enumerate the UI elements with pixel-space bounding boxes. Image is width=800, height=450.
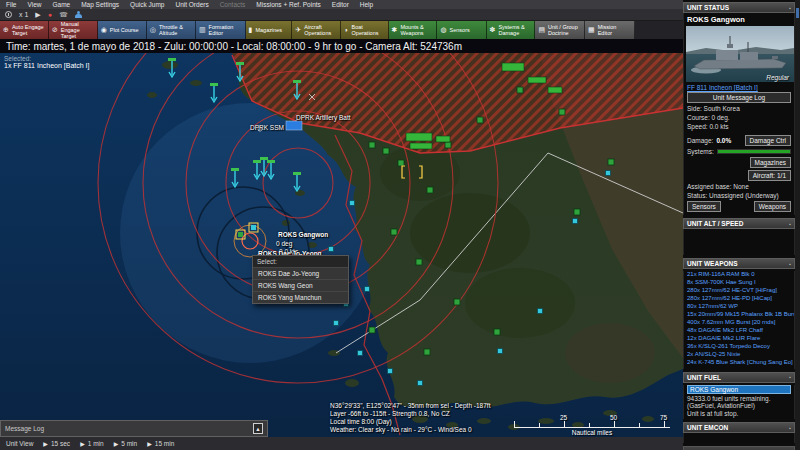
systems-damage-icon: ✽ <box>490 27 496 33</box>
header-label: UNIT WEAPONS <box>687 260 738 267</box>
fuel-selected-unit[interactable]: ROKS Gangwon <box>687 385 791 394</box>
systems-damage-button[interactable]: ✽ Systems & Damage <box>487 21 536 39</box>
context-menu-item-yang[interactable]: ROKS Yang Manchun <box>253 291 348 303</box>
menu-file[interactable]: File <box>6 1 16 8</box>
context-menu-item-dae[interactable]: ROKS Dae Jo-Yeong <box>253 267 348 279</box>
unit-course: Course: 0 deg. <box>684 113 794 122</box>
cursor-layer-line: Layer -66ft to -115ft - Strength 0.8, No… <box>330 410 490 418</box>
mounts-weapons-button[interactable]: ✱ Mounts & Weapons <box>389 21 438 39</box>
unit-weapons-header[interactable]: UNIT WEAPONS ▪ <box>683 258 795 269</box>
record-icon[interactable]: ● <box>48 9 52 21</box>
observer-icon[interactable] <box>75 11 82 19</box>
time-compression-value[interactable]: x 1 <box>19 11 28 18</box>
cursor-weather-line: Weather: Clear sky - No rain - 29°C - Wi… <box>330 426 490 434</box>
pin-icon[interactable]: ▪ <box>789 261 791 267</box>
unit-message-log-button[interactable]: Unit Message Log <box>687 92 791 103</box>
magazines-panel-button[interactable]: Magazines <box>750 157 791 168</box>
aircraft-panel-button[interactable]: Aircraft: 1/1 <box>748 170 791 181</box>
advance-5min-button[interactable]: ▶ 5 min <box>114 440 138 447</box>
button-label: Aircraft Operations <box>304 24 337 36</box>
header-label: UNIT STATUS <box>687 4 729 11</box>
map-label-dprk-ssm: DPRK SSM <box>250 124 284 131</box>
weapon-link[interactable]: 12x DAGAIE Mk2 LIR Flare <box>684 335 794 342</box>
unit-select-context-menu: Select: ROKS Dae Jo-Yeong ROKS Wang Geon… <box>252 255 349 304</box>
sidebar-scrollbar[interactable] <box>795 0 800 450</box>
message-log-expand-button[interactable]: ▲ <box>253 423 263 434</box>
weapon-link[interactable]: 15x 20mm/99 Mk15 Phalanx Blk 1B Burst <box>684 311 794 318</box>
time-step-icon[interactable] <box>5 11 12 18</box>
aircraft-operations-icon: ✈ <box>295 27 301 33</box>
menu-game[interactable]: Game <box>52 1 70 8</box>
throttle-altitude-icon: ◎ <box>150 27 156 33</box>
damage-ctrl-button[interactable]: Damage Ctrl <box>745 135 791 146</box>
button-label: Formation Editor <box>209 24 242 36</box>
weapon-link[interactable]: 2x AN/SLQ-25 Nixie <box>684 351 794 358</box>
auto-engage-target-button[interactable]: ⊕ Auto Engage Target <box>0 21 49 39</box>
menu-missions-ref-points[interactable]: Missions + Ref. Points <box>256 1 320 8</box>
plot-course-button[interactable]: ◉ Plot Course <box>98 21 147 39</box>
menu-map-settings[interactable]: Map Settings <box>81 1 119 8</box>
weapon-link[interactable]: 80x 127mm/62 WP <box>684 303 794 310</box>
unit-side: Side: South Korea <box>684 104 794 113</box>
weapon-link[interactable]: 24x K-745 Blue Shark [Chung Sang Eo] <box>684 359 794 366</box>
weapon-link[interactable]: 280x 127mm/62 HE-CVT [HiFrag] <box>684 287 794 294</box>
boat-operations-button[interactable]: ◗ Boat Operations <box>341 21 388 39</box>
advance-1min-button[interactable]: ▶ 1 min <box>80 440 104 447</box>
selection-readout: Selected: 1x FF 811 Incheon [Batch I] <box>4 55 89 69</box>
context-menu-item-wang[interactable]: ROKS Wang Geon <box>253 279 348 291</box>
weapons-panel-button[interactable]: Weapons <box>754 201 791 212</box>
menu-unit-orders[interactable]: Unit Orders <box>175 1 208 8</box>
pin-icon[interactable]: ▪ <box>789 374 791 380</box>
weapon-link[interactable]: 8x SSM-700K Hae Sung I <box>684 279 794 286</box>
collapsed-section-bar[interactable] <box>683 446 795 450</box>
unit-photo: Regular <box>686 26 792 82</box>
step-label: 1 min <box>88 440 104 447</box>
pin-icon[interactable]: ▪ <box>789 5 791 11</box>
time-advance-bar: Unit View ▶ 15 sec ▶ 1 min ▶ 5 min ▶ 15 … <box>0 437 683 450</box>
auto-engage-icon: ⊕ <box>3 27 9 33</box>
menu-view[interactable]: View <box>27 1 41 8</box>
play-icon[interactable]: ▶ <box>35 9 40 21</box>
unit-fuel-header[interactable]: UNIT FUEL ▪ <box>683 372 795 383</box>
fuel-remaining: 94333.0 fuel units remaining. <box>684 395 794 403</box>
unit-status-header[interactable]: UNIT STATUS ▪ <box>683 2 795 13</box>
menu-help[interactable]: Help <box>360 1 373 8</box>
comms-icon[interactable]: ☎ <box>59 9 68 21</box>
fuel-stop-note: Unit is at full stop. <box>684 410 794 418</box>
weapon-link[interactable]: 48x DAGAIE Mk2 LFR Chaff <box>684 327 794 334</box>
unit-alt-speed-header[interactable]: UNIT ALT / SPEED ▪ <box>683 218 795 229</box>
menu-quick-jump[interactable]: Quick Jump <box>130 1 164 8</box>
transport-toolbar: x 1 ▶ ● ☎ <box>0 9 683 21</box>
map-canvas[interactable] <box>0 53 683 437</box>
terrain-patch <box>410 193 530 273</box>
menu-bar: File View Game Map Settings Quick Jump U… <box>0 0 683 9</box>
aircraft-operations-button[interactable]: ✈ Aircraft Operations <box>292 21 341 39</box>
menu-editor[interactable]: Editor <box>332 1 349 8</box>
unit-view-toggle[interactable]: Unit View <box>6 440 33 447</box>
pin-icon[interactable]: ▪ <box>789 221 791 227</box>
mission-editor-button[interactable]: ▦ Mission Editor <box>585 21 635 39</box>
sensors-panel-button[interactable]: Sensors <box>687 201 721 212</box>
step-label: 15 min <box>155 440 175 447</box>
weapon-link[interactable]: 36x K/SLQ-261 Torpedo Decoy <box>684 343 794 350</box>
unit-emcon-header[interactable]: UNIT EMCON ▪ <box>683 422 795 433</box>
unit-group-doctrine-button[interactable]: ▤ Unit / Group Doctrine <box>535 21 585 39</box>
pin-icon[interactable]: ▪ <box>789 425 791 431</box>
button-label: Mounts & Weapons <box>400 24 433 36</box>
map-label-dprk-artillery: DPRK Artillery Batt <box>296 114 351 121</box>
manual-engage-target-button[interactable]: ⊘ Manual Engage Target <box>49 21 98 39</box>
unit-class-link[interactable]: FF 811 Incheon [Batch I] <box>687 84 791 91</box>
map-viewport[interactable]: Selected: 1x FF 811 Incheon [Batch I] DP… <box>0 53 683 437</box>
magazines-button[interactable]: ▮ Magazines <box>246 21 293 39</box>
throttle-altitude-button[interactable]: ◎ Throttle & Altitude <box>147 21 196 39</box>
weapon-link[interactable]: 280x 127mm/62 HE-PD [HiCap] <box>684 295 794 302</box>
sensors-button[interactable]: ◍ Sensors <box>437 21 486 39</box>
advance-15sec-button[interactable]: ▶ 15 sec <box>43 440 70 447</box>
weapon-link[interactable]: 400x 7.62mm MG Burst [20 rnds] <box>684 319 794 326</box>
formation-editor-button[interactable]: ▥ Formation Editor <box>196 21 246 39</box>
weapon-link[interactable]: 21x RIM-116A RAM Blk 0 <box>684 271 794 278</box>
button-label: Manual Engage Target <box>61 21 94 39</box>
advance-15min-button[interactable]: ▶ 15 min <box>147 440 174 447</box>
systems-label: Systems: <box>687 148 714 155</box>
sidebar-scroll-thumb[interactable] <box>796 8 799 18</box>
